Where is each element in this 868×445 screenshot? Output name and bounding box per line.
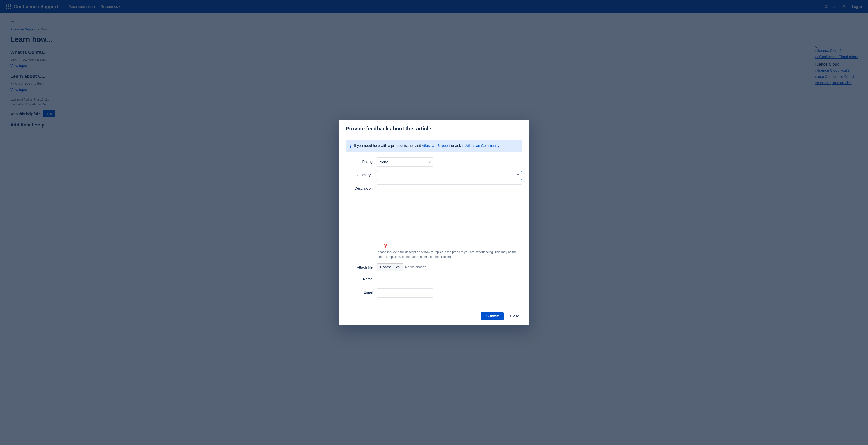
atlassian-community-link[interactable]: Atlassian Community: [465, 144, 500, 148]
attach-file-label: Attach file: [346, 263, 377, 269]
atlassian-support-link[interactable]: Atlassian Support: [422, 144, 450, 148]
description-control: 🗂 ❓ Please include a full description of…: [377, 184, 522, 259]
name-input[interactable]: [377, 275, 433, 284]
info-banner: ℹ If you need help with a product issue,…: [346, 140, 522, 152]
rating-label: Rating: [346, 157, 377, 164]
choose-files-button[interactable]: Choose Files: [377, 263, 403, 271]
description-textarea[interactable]: [377, 184, 522, 241]
attachment-icon[interactable]: 🗂: [377, 244, 381, 248]
modal-title: Provide feedback about this article: [346, 126, 522, 131]
summary-row: Summary ⊞: [346, 171, 522, 180]
description-row: Description 🗂 ❓ Please include a full de…: [346, 184, 522, 259]
description-hint: Please include a full description of how…: [377, 250, 522, 259]
textarea-toolbar: 🗂 ❓: [377, 243, 522, 248]
modal-footer: Submit Close: [339, 308, 529, 325]
rating-select[interactable]: None 1 2 3 4 5: [377, 157, 433, 167]
modal-body: ℹ If you need help with a product issue,…: [339, 136, 529, 308]
summary-input[interactable]: [377, 171, 522, 180]
feedback-modal: Provide feedback about this article ℹ If…: [339, 120, 529, 325]
no-file-chosen-text: No file chosen: [405, 265, 426, 269]
summary-input-wrap: ⊞: [377, 171, 522, 180]
email-input[interactable]: [377, 288, 433, 298]
modal-overlay: Provide feedback about this article ℹ If…: [0, 0, 868, 445]
email-row: Email: [346, 288, 522, 298]
summary-expand-icon: ⊞: [517, 174, 520, 178]
info-text: If you need help with a product issue, v…: [354, 144, 501, 148]
summary-control: ⊞: [377, 171, 522, 180]
summary-label: Summary: [346, 171, 377, 177]
description-label: Description: [346, 184, 377, 190]
modal-header: Provide feedback about this article: [339, 120, 529, 136]
info-icon: ℹ: [350, 144, 351, 149]
file-input-row: Choose Files No file chosen: [377, 263, 522, 271]
name-label: Name: [346, 275, 377, 281]
close-button[interactable]: Close: [507, 312, 522, 320]
email-control: [377, 288, 522, 298]
email-label: Email: [346, 288, 377, 295]
help-icon[interactable]: ❓: [383, 243, 388, 248]
attach-file-control: Choose Files No file chosen: [377, 263, 522, 271]
attach-file-row: Attach file Choose Files No file chosen: [346, 263, 522, 271]
rating-row: Rating None 1 2 3 4 5: [346, 157, 522, 167]
submit-button[interactable]: Submit: [481, 312, 504, 320]
name-control: [377, 275, 522, 284]
rating-control: None 1 2 3 4 5: [377, 157, 522, 167]
name-row: Name: [346, 275, 522, 284]
